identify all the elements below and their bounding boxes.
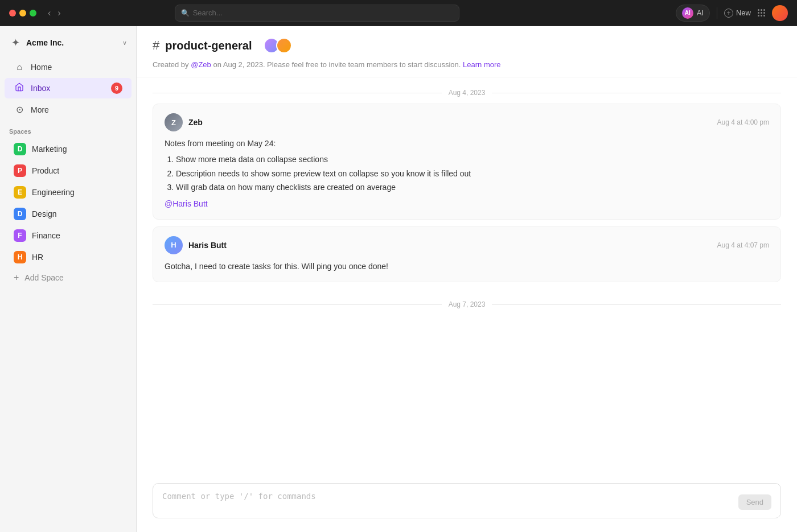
date-divider-2: Aug 7, 2023: [153, 289, 781, 315]
msg-text-2: Gotcha, I need to create tasks for this.…: [165, 262, 388, 271]
date-line-right: [492, 93, 781, 93]
description-prefix: Created by: [153, 60, 191, 69]
comment-box: Send: [153, 483, 781, 518]
back-arrow[interactable]: ‹: [46, 7, 53, 19]
main-layout: ✦ Acme Inc. ∨ ⌂ Home Inbox 9 ⊙ More Spa: [0, 26, 797, 532]
date-divider-1: Aug 4, 2023: [153, 77, 781, 104]
msg-time-1: Aug 4 at 4:00 pm: [717, 118, 769, 126]
sidebar-item-more[interactable]: ⊙ More: [5, 100, 132, 119]
hr-label: HR: [32, 253, 43, 262]
comment-send-button[interactable]: Send: [738, 494, 771, 510]
product-icon: P: [14, 164, 26, 177]
description-suffix: on Aug 2, 2023. Please feel free to invi…: [211, 60, 461, 69]
forward-arrow[interactable]: ›: [55, 7, 63, 19]
msg-intro: Notes from meeting on May 24:: [165, 137, 769, 150]
list-item-3: Will grab data on how many checklists ar…: [176, 181, 769, 193]
channel-title-row: # product-general: [153, 38, 781, 53]
comment-section: Send: [137, 474, 797, 532]
marketing-icon: D: [14, 143, 26, 155]
add-space-label: Add Space: [24, 273, 64, 282]
new-label: New: [736, 9, 751, 17]
finance-icon: F: [14, 229, 26, 242]
date-line-left-2: [153, 304, 442, 305]
learn-more-link[interactable]: Learn more: [463, 60, 500, 69]
star-icon: ✦: [11, 36, 20, 49]
member-avatar-2: [276, 38, 292, 53]
inbox-icon: [14, 83, 25, 94]
message-author-row-2: H Haris Butt: [165, 236, 227, 254]
date-line-right-2: [492, 304, 781, 305]
msg-author-1: Zeb: [188, 118, 203, 127]
topbar-divider: [717, 7, 717, 19]
workspace-name: Acme Inc.: [26, 38, 64, 47]
nav-arrows: ‹ ›: [46, 7, 63, 19]
spaces-header: Spaces: [0, 120, 136, 138]
message-author-row-1: Z Zeb: [165, 113, 203, 131]
sidebar-item-hr[interactable]: H HR: [5, 247, 132, 267]
main-content: # product-general Created by @Zeb on Aug…: [137, 26, 797, 532]
channel-members: [264, 38, 292, 53]
date-line-left: [153, 93, 442, 93]
sidebar-item-inbox[interactable]: Inbox 9: [5, 78, 132, 98]
msg-list: Show more meta data on collapse sections…: [165, 153, 769, 193]
search-icon: 🔍: [181, 9, 190, 17]
topbar: ‹ › 🔍 Search... AI AI + New: [0, 0, 797, 26]
finance-label: Finance: [32, 231, 60, 240]
comment-input[interactable]: [162, 492, 733, 510]
hr-icon: H: [14, 251, 26, 263]
hash-icon: #: [153, 38, 159, 53]
marketing-label: Marketing: [32, 145, 67, 154]
message-card-2: H Haris Butt Aug 4 at 4:07 pm Gotcha, I …: [153, 226, 781, 282]
topbar-right: AI AI + New: [676, 5, 788, 22]
product-label: Product: [32, 166, 59, 175]
window-controls: [9, 10, 36, 17]
grid-icon[interactable]: [758, 9, 765, 17]
sidebar-more-label: More: [31, 105, 49, 114]
more-icon: ⊙: [14, 104, 25, 115]
message-header-2: H Haris Butt Aug 4 at 4:07 pm: [165, 236, 769, 254]
new-icon: +: [724, 9, 733, 18]
msg-mention[interactable]: @Haris Butt: [165, 199, 208, 208]
ai-button[interactable]: AI AI: [676, 5, 710, 22]
minimize-dot[interactable]: [19, 10, 26, 17]
add-icon: +: [14, 273, 19, 283]
user-avatar[interactable]: [772, 5, 788, 21]
add-space-button[interactable]: + Add Space: [5, 269, 132, 287]
date-label-1: Aug 4, 2023: [449, 89, 486, 97]
inbox-badge: 9: [111, 83, 122, 94]
sidebar-item-marketing[interactable]: D Marketing: [5, 139, 132, 159]
messages-area: Aug 4, 2023 Z Zeb Aug 4 at 4:00 pm Notes…: [137, 77, 797, 474]
list-item-1: Show more meta data on collapse sections: [176, 153, 769, 166]
search-bar[interactable]: 🔍 Search...: [175, 5, 459, 22]
home-icon: ⌂: [14, 62, 25, 72]
workspace-logo: ✦: [9, 36, 22, 49]
close-dot[interactable]: [9, 10, 16, 17]
message-header-1: Z Zeb Aug 4 at 4:00 pm: [165, 113, 769, 131]
message-card-1: Z Zeb Aug 4 at 4:00 pm Notes from meetin…: [153, 104, 781, 220]
msg-time-2: Aug 4 at 4:07 pm: [717, 241, 769, 249]
workspace-chevron-icon: ∨: [122, 39, 127, 47]
sidebar-item-finance[interactable]: F Finance: [5, 225, 132, 246]
date-label-2: Aug 7, 2023: [449, 300, 486, 308]
sidebar-item-design[interactable]: D Design: [5, 204, 132, 224]
sidebar-item-product[interactable]: P Product: [5, 160, 132, 181]
maximize-dot[interactable]: [30, 10, 36, 17]
sidebar-item-engineering[interactable]: E Engineering: [5, 182, 132, 203]
msg-body-1: Notes from meeting on May 24: Show more …: [165, 137, 769, 210]
ai-label: AI: [685, 10, 691, 16]
new-button[interactable]: + New: [724, 9, 751, 18]
zeb-avatar: Z: [165, 113, 183, 131]
engineering-icon: E: [14, 186, 26, 199]
msg-author-2: Haris Butt: [188, 241, 227, 250]
sidebar-item-home[interactable]: ⌂ Home: [5, 57, 132, 77]
grid-dots: [758, 9, 765, 17]
workspace-header[interactable]: ✦ Acme Inc. ∨: [0, 33, 136, 57]
channel-title: product-general: [165, 39, 252, 52]
engineering-label: Engineering: [32, 188, 75, 197]
channel-description: Created by @Zeb on Aug 2, 2023. Please f…: [153, 60, 781, 77]
description-mention[interactable]: @Zeb: [191, 60, 211, 69]
ai-avatar: AI: [682, 7, 693, 19]
msg-body-2: Gotcha, I need to create tasks for this.…: [165, 260, 769, 273]
search-placeholder: Search...: [193, 9, 223, 17]
sidebar-home-label: Home: [31, 63, 52, 72]
